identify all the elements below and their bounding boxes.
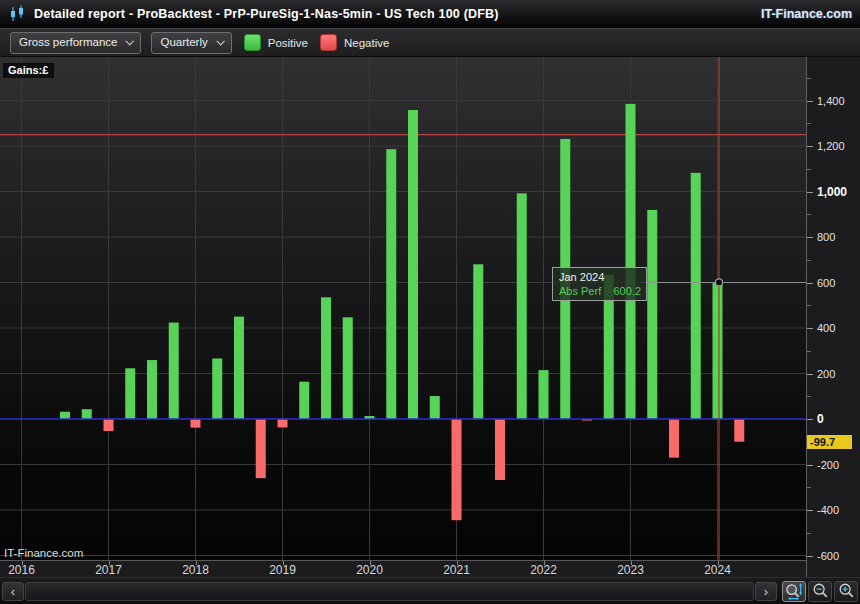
x-axis-label: 2019 [263, 563, 303, 577]
plot-region[interactable]: Gains:£ IT-Finance.com Jan 2024 Abs Perf… [0, 57, 806, 561]
y-axis-label: 0 [817, 412, 824, 427]
y-axis-tick [807, 533, 811, 534]
crosshair-tooltip: Jan 2024 Abs Perf 600.2 [552, 267, 647, 301]
y-axis[interactable]: -99.7 -600-400-20002004006008001,0001,20… [806, 57, 860, 577]
scroll-left-button[interactable]: ‹ [2, 582, 24, 601]
bar-jul-2017[interactable] [147, 360, 157, 419]
bar-jan-2019[interactable] [278, 419, 288, 427]
crosshair-point [716, 279, 723, 286]
scrollbar-thumb[interactable] [25, 582, 754, 601]
bar-apr-2017[interactable] [125, 368, 135, 419]
y-axis-tick [807, 214, 811, 215]
bar-jan-2022[interactable] [539, 370, 549, 419]
zoom-out-button[interactable] [808, 581, 832, 602]
positive-label: Positive [268, 37, 308, 49]
chevron-down-icon [216, 37, 224, 45]
bar-oct-2017[interactable] [169, 323, 179, 419]
candlestick-chart-icon [8, 5, 28, 23]
y-axis-tick [807, 487, 811, 488]
zoom-in-icon [837, 582, 856, 600]
bar-oct-2016[interactable] [82, 409, 92, 419]
y-axis-label: 800 [817, 230, 835, 245]
y-axis-tick [807, 419, 813, 420]
y-axis-tick [807, 146, 813, 147]
zoom-in-button[interactable] [834, 581, 858, 602]
brand-text: IT-Finance.com [761, 7, 852, 21]
legend-positive: Positive [244, 34, 308, 51]
y-axis-tick [807, 101, 813, 102]
y-axis-label: -600 [817, 549, 839, 564]
bar-oct-2023[interactable] [691, 173, 701, 419]
y-axis-tick [807, 283, 813, 284]
zoom-fit-button[interactable] [782, 581, 806, 602]
bar-jul-2020[interactable] [408, 110, 418, 419]
window-title: Detailed report - ProBacktest - PrP-Pure… [34, 7, 761, 21]
last-value-badge: -99.7 [807, 435, 852, 449]
x-axis-label: 2017 [89, 563, 129, 577]
zoom-controls [782, 581, 858, 602]
x-axis-label: 2023 [611, 563, 651, 577]
y-axis-label: 1,400 [817, 94, 845, 109]
bar-jul-2016[interactable] [60, 412, 70, 419]
bar-jul-2023[interactable] [669, 419, 679, 458]
bar-apr-2021[interactable] [473, 264, 483, 419]
y-axis-tick [807, 465, 813, 466]
period-dropdown[interactable]: Quarterly [151, 32, 231, 54]
watermark: IT-Finance.com [4, 547, 83, 559]
scroll-right-button[interactable]: › [755, 582, 777, 601]
y-axis-label: -200 [817, 458, 839, 473]
y-axis-tick [807, 351, 811, 352]
tooltip-date: Jan 2024 [559, 271, 641, 283]
bar-apr-2023[interactable] [647, 210, 657, 419]
zoom-fit-icon [784, 582, 804, 601]
legend-negative: Negative [320, 34, 389, 51]
y-axis-tick [807, 123, 811, 124]
y-axis-label: 600 [817, 276, 835, 291]
y-axis-tick [807, 510, 813, 511]
y-axis-tick [807, 237, 813, 238]
y-axis-label: -400 [817, 503, 839, 518]
x-axis-label: 2021 [437, 563, 477, 577]
y-axis-tick [807, 374, 813, 375]
bar-oct-2019[interactable] [343, 317, 353, 419]
y-axis-label: 400 [817, 321, 835, 336]
chevron-down-icon [126, 37, 134, 45]
bottom-scroll-bar: ‹ › [0, 577, 860, 604]
negative-swatch-icon [320, 34, 337, 51]
metric-dropdown-value: Gross performance [19, 36, 117, 48]
bar-jan-2021[interactable] [452, 419, 462, 520]
toolbar: Gross performance Quarterly Positive Neg… [0, 29, 860, 57]
bar-oct-2021[interactable] [517, 193, 527, 419]
tooltip-value: 600.2 [613, 285, 641, 297]
x-axis[interactable]: 201620172018201920202021202220232024 [0, 561, 806, 577]
y-axis-tick [807, 169, 811, 170]
tooltip-series-name: Abs Perf [559, 285, 601, 297]
y-axis-tick [807, 260, 811, 261]
gains-axis-title: Gains:£ [2, 62, 55, 79]
bar-jan-2017[interactable] [104, 419, 114, 431]
metric-dropdown[interactable]: Gross performance [10, 32, 141, 54]
bar-apr-2018[interactable] [212, 358, 222, 419]
y-axis-tick [807, 396, 811, 397]
y-axis-label: 1,000 [817, 185, 847, 200]
y-axis-tick [807, 305, 811, 306]
bar-jul-2018[interactable] [234, 317, 244, 419]
chart-canvas[interactable] [0, 57, 806, 560]
bar-jan-2024[interactable] [713, 282, 723, 419]
bar-apr-2024[interactable] [734, 419, 744, 442]
x-axis-label: 2016 [2, 563, 42, 577]
x-axis-label: 2020 [350, 563, 390, 577]
bar-apr-2019[interactable] [299, 382, 309, 419]
y-axis-tick [807, 192, 813, 193]
bar-jul-2021[interactable] [495, 419, 505, 480]
bar-oct-2018[interactable] [256, 419, 266, 478]
period-dropdown-value: Quarterly [160, 36, 207, 48]
bar-oct-2020[interactable] [430, 396, 440, 419]
bar-jan-2023[interactable] [626, 104, 636, 419]
bar-apr-2020[interactable] [386, 149, 396, 419]
x-axis-label: 2022 [524, 563, 564, 577]
x-axis-label: 2018 [176, 563, 216, 577]
bar-jan-2018[interactable] [191, 419, 201, 428]
negative-label: Negative [344, 37, 389, 49]
bar-jul-2019[interactable] [321, 297, 331, 419]
